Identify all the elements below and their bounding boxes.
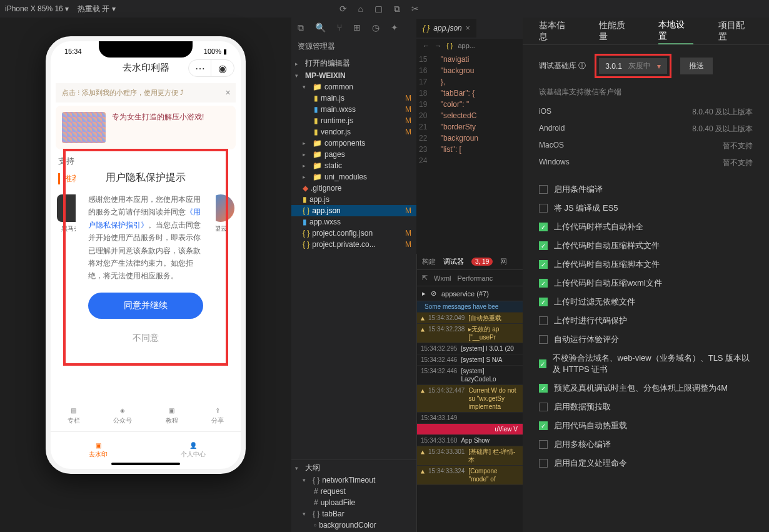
refresh-icon[interactable]: ⟳ <box>339 4 347 14</box>
files-icon[interactable]: ⧉ <box>298 23 304 33</box>
block-icon[interactable]: ⊘ <box>431 289 436 298</box>
file-gitignore[interactable]: ◆.gitignore <box>291 183 416 194</box>
home-icon[interactable]: ⌂ <box>358 4 363 14</box>
setting-checkbox[interactable]: ✓上传代码时自动压缩wxml文件 <box>523 274 769 293</box>
setting-checkbox[interactable]: ✓上传代码时样式自动补全 <box>523 218 769 236</box>
file-runtime-js[interactable]: ▮runtime.jsM <box>291 115 416 126</box>
more-icon[interactable]: ⋯ <box>189 60 211 76</box>
target-icon[interactable]: ◉ <box>211 60 234 76</box>
outline-network[interactable]: ▾{ }networkTimeout <box>291 474 416 486</box>
push-button[interactable]: 推送 <box>680 58 713 74</box>
tab-perf[interactable]: 性能质量 <box>599 18 634 44</box>
log-line: Some messages have bee <box>417 301 523 313</box>
forward-icon[interactable]: → <box>435 42 441 49</box>
nav-tutorial[interactable]: ▣教程 <box>166 407 178 425</box>
hot-reload-toggle[interactable]: 热重载 开 ▾ <box>78 4 116 14</box>
promo-card[interactable]: 专为女生打造的解压小游戏! <box>56 106 236 149</box>
close-icon[interactable]: × <box>466 24 470 33</box>
file-main-js[interactable]: ▮main.jsM <box>291 93 416 104</box>
setting-checkbox[interactable]: ✓预览及真机调试时主包、分包体积上限调整为4M <box>523 379 769 398</box>
file-main-wxss[interactable]: ▮main.wxssM <box>291 104 416 115</box>
device-selector[interactable]: iPhone X 85% 16 ▾ <box>5 4 69 13</box>
checkbox-icon[interactable]: ✓ <box>539 298 548 306</box>
back-icon[interactable]: ← <box>423 42 430 49</box>
checkbox-icon[interactable]: ✓ <box>539 421 548 430</box>
checkbox-icon[interactable]: ✓ <box>539 359 546 368</box>
device-icon[interactable]: ▢ <box>374 4 383 14</box>
grid-icon[interactable]: ⊞ <box>353 23 361 33</box>
tab-basic[interactable]: 基本信息 <box>539 18 574 44</box>
checkbox-icon[interactable] <box>539 459 548 468</box>
setting-checkbox[interactable]: ✓上传代码时自动压缩样式文件 <box>523 236 769 255</box>
file-vendor-js[interactable]: ▮vendor.jsM <box>291 126 416 138</box>
outline-section[interactable]: ▾大纲 <box>291 461 416 474</box>
checkbox-icon[interactable] <box>539 185 548 194</box>
file-project-config[interactable]: { }project.config.jsonM <box>291 228 416 239</box>
close-icon[interactable]: ✕ <box>225 89 231 97</box>
tab-local[interactable]: 本地设置 <box>658 18 693 44</box>
tab-project[interactable]: 项目配置 <box>718 18 753 44</box>
version-dropdown[interactable]: 3.0.1 灰度中 ▾ <box>599 58 667 74</box>
setting-checkbox[interactable]: ✓不校验合法域名、web-view（业务域名）、TLS 版本以及 HTTPS 证… <box>523 349 769 379</box>
setting-checkbox[interactable]: ✓上传代码时自动压缩脚本文件 <box>523 255 769 274</box>
folder-components[interactable]: ▸📁components <box>291 138 416 149</box>
setting-checkbox[interactable]: ✓启用代码自动热重载 <box>523 416 769 435</box>
clock-icon[interactable]: ◷ <box>372 23 379 33</box>
outline-request[interactable]: #request <box>291 486 416 497</box>
reject-button[interactable]: 不同意 <box>88 326 203 350</box>
tab-build[interactable]: 构建 <box>422 257 436 266</box>
tab-app-json[interactable]: { }app.json× <box>416 19 476 38</box>
checkbox-icon[interactable] <box>539 403 548 411</box>
setting-checkbox[interactable]: 启用多核心编译 <box>523 435 769 454</box>
file-app-wxss[interactable]: ▮app.wxss <box>291 216 416 228</box>
file-app-json[interactable]: { }app.jsonM <box>291 205 416 216</box>
breadcrumb[interactable]: ← → { }app... <box>416 39 523 53</box>
checkbox-icon[interactable]: ✓ <box>539 260 548 269</box>
agree-button[interactable]: 同意并继续 <box>88 293 203 319</box>
search-icon[interactable]: 🔍 <box>315 23 326 33</box>
tab-wxml[interactable]: Wxml <box>434 274 451 282</box>
checkbox-icon[interactable] <box>539 335 548 344</box>
root-folder[interactable]: ▾MP-WEIXIN <box>291 70 416 81</box>
nav-wechat[interactable]: ◈公众号 <box>113 407 132 425</box>
folder-pages[interactable]: ▸📁pages <box>291 149 416 160</box>
checkbox-icon[interactable]: ✓ <box>539 279 548 288</box>
settings-panel: 基本信息 性能质量 本地设置 项目配置 调试基础库 ⓘ 3.0.1 灰度中 ▾ … <box>523 18 769 532</box>
checkbox-icon[interactable]: ✓ <box>539 223 548 231</box>
checkbox-icon[interactable] <box>539 316 548 325</box>
setting-checkbox[interactable]: 启用自定义处理命令 <box>523 454 769 473</box>
checkbox-icon[interactable]: ✓ <box>539 384 548 393</box>
folder-static[interactable]: ▸📁static <box>291 160 416 171</box>
file-app-js[interactable]: ▮app.js <box>291 194 416 205</box>
setting-checkbox[interactable]: 启用条件编译 <box>523 180 769 199</box>
log-line: 15:34:33.160App Show <box>417 435 523 446</box>
tab-network[interactable]: 网 <box>500 257 507 266</box>
checkbox-icon[interactable] <box>539 204 548 213</box>
open-editors-section[interactable]: ▸打开的编辑器 <box>291 57 416 70</box>
sparkle-icon[interactable]: ✦ <box>391 23 398 33</box>
file-project-private[interactable]: { }project.private.co...M <box>291 239 416 250</box>
setting-checkbox[interactable]: 上传时进行代码保护 <box>523 311 769 330</box>
branch-icon[interactable]: ⑂ <box>337 23 342 33</box>
setting-checkbox[interactable]: 将 JS 编译成 ES5 <box>523 199 769 218</box>
capsule-buttons[interactable]: ⋯◉ <box>188 59 234 77</box>
folder-uni-modules[interactable]: ▸📁uni_modules <box>291 171 416 183</box>
setting-checkbox[interactable]: 自动运行体验评分 <box>523 330 769 349</box>
nav-share[interactable]: ⇪分享 <box>211 407 224 425</box>
play-icon[interactable]: ▸ <box>422 289 426 298</box>
nav-column[interactable]: ▤专栏 <box>68 407 80 425</box>
checkbox-icon[interactable]: ✓ <box>539 241 548 250</box>
inspect-icon[interactable]: ⇱ <box>422 274 428 282</box>
add-banner[interactable]: 点击 ⁝ 添加到我的小程序，使用更方便 ⤴ ✕ <box>56 83 236 103</box>
outline-upload[interactable]: #uploadFile <box>291 497 416 508</box>
folder-common[interactable]: ▾📁common <box>291 81 416 93</box>
separate-icon[interactable]: ⧉ <box>394 4 400 14</box>
setting-checkbox[interactable]: ✓上传时过滤无依赖文件 <box>523 293 769 311</box>
checkbox-icon[interactable] <box>539 440 548 449</box>
cut-icon[interactable]: ✂ <box>411 4 419 14</box>
outline-bgcolor[interactable]: ▫backgroundColor <box>291 519 416 531</box>
outline-tabbar[interactable]: ▾{ }tabBar <box>291 508 416 519</box>
setting-checkbox[interactable]: 启用数据预拉取 <box>523 398 769 416</box>
tab-performance[interactable]: Performanc <box>458 274 493 282</box>
tab-debugger[interactable]: 调试器 <box>443 257 464 266</box>
